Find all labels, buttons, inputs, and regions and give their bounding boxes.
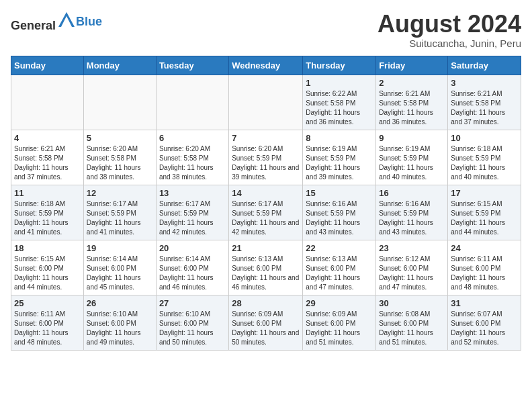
day-info: Sunrise: 6:17 AM Sunset: 5:59 PM Dayligh… bbox=[87, 199, 153, 237]
calendar-cell: 29Sunrise: 6:09 AM Sunset: 6:00 PM Dayli… bbox=[303, 295, 376, 350]
day-info: Sunrise: 6:20 AM Sunset: 5:58 PM Dayligh… bbox=[159, 144, 226, 182]
calendar-cell: 28Sunrise: 6:09 AM Sunset: 6:00 PM Dayli… bbox=[229, 295, 303, 350]
calendar-table: SundayMondayTuesdayWednesdayThursdayFrid… bbox=[11, 56, 521, 351]
calendar-cell: 14Sunrise: 6:17 AM Sunset: 5:59 PM Dayli… bbox=[229, 185, 303, 240]
day-info: Sunrise: 6:18 AM Sunset: 5:59 PM Dayligh… bbox=[14, 199, 81, 237]
day-number: 20 bbox=[159, 243, 226, 253]
day-info: Sunrise: 6:19 AM Sunset: 5:59 PM Dayligh… bbox=[306, 144, 373, 182]
day-number: 28 bbox=[232, 298, 300, 308]
calendar-cell: 10Sunrise: 6:18 AM Sunset: 5:59 PM Dayli… bbox=[448, 130, 521, 185]
day-info: Sunrise: 6:13 AM Sunset: 6:00 PM Dayligh… bbox=[232, 255, 300, 292]
day-info: Sunrise: 6:21 AM Sunset: 5:58 PM Dayligh… bbox=[451, 89, 518, 127]
day-info: Sunrise: 6:17 AM Sunset: 5:59 PM Dayligh… bbox=[232, 199, 300, 237]
calendar-week-4: 18Sunrise: 6:15 AM Sunset: 6:00 PM Dayli… bbox=[11, 240, 521, 295]
day-number: 13 bbox=[159, 188, 226, 198]
calendar-cell: 4Sunrise: 6:21 AM Sunset: 5:58 PM Daylig… bbox=[11, 130, 84, 185]
day-number: 30 bbox=[379, 298, 445, 308]
day-info: Sunrise: 6:08 AM Sunset: 6:00 PM Dayligh… bbox=[379, 310, 445, 347]
day-number: 23 bbox=[379, 243, 445, 253]
day-header-saturday: Saturday bbox=[448, 56, 521, 75]
day-info: Sunrise: 6:13 AM Sunset: 6:00 PM Dayligh… bbox=[306, 255, 373, 292]
day-info: Sunrise: 6:21 AM Sunset: 5:58 PM Dayligh… bbox=[14, 144, 81, 182]
day-info: Sunrise: 6:07 AM Sunset: 6:00 PM Dayligh… bbox=[451, 310, 518, 347]
calendar-cell: 21Sunrise: 6:13 AM Sunset: 6:00 PM Dayli… bbox=[229, 240, 303, 295]
day-info: Sunrise: 6:10 AM Sunset: 6:00 PM Dayligh… bbox=[87, 310, 153, 347]
day-number: 10 bbox=[451, 133, 518, 143]
day-number: 2 bbox=[379, 78, 445, 88]
logo-icon bbox=[57, 11, 76, 30]
calendar-cell: 6Sunrise: 6:20 AM Sunset: 5:58 PM Daylig… bbox=[156, 130, 228, 185]
day-info: Sunrise: 6:15 AM Sunset: 6:00 PM Dayligh… bbox=[14, 255, 81, 292]
day-number: 27 bbox=[159, 298, 226, 308]
day-info: Sunrise: 6:09 AM Sunset: 6:00 PM Dayligh… bbox=[306, 310, 373, 347]
calendar-cell: 5Sunrise: 6:20 AM Sunset: 5:58 PM Daylig… bbox=[83, 130, 156, 185]
calendar-cell: 24Sunrise: 6:11 AM Sunset: 6:00 PM Dayli… bbox=[448, 240, 521, 295]
day-header-sunday: Sunday bbox=[11, 56, 84, 75]
day-number: 6 bbox=[159, 133, 226, 143]
day-info: Sunrise: 6:10 AM Sunset: 6:00 PM Dayligh… bbox=[159, 310, 226, 347]
day-number: 4 bbox=[14, 133, 81, 143]
day-info: Sunrise: 6:11 AM Sunset: 6:00 PM Dayligh… bbox=[451, 255, 518, 292]
calendar-cell: 13Sunrise: 6:17 AM Sunset: 5:59 PM Dayli… bbox=[156, 185, 228, 240]
logo: General Blue bbox=[11, 11, 102, 33]
day-header-monday: Monday bbox=[83, 56, 156, 75]
day-number: 12 bbox=[87, 188, 153, 198]
day-info: Sunrise: 6:16 AM Sunset: 5:59 PM Dayligh… bbox=[306, 199, 373, 237]
day-info: Sunrise: 6:21 AM Sunset: 5:58 PM Dayligh… bbox=[379, 89, 445, 127]
calendar-title: August 2024 bbox=[378, 11, 521, 38]
day-number: 8 bbox=[306, 133, 373, 143]
day-number: 9 bbox=[379, 133, 445, 143]
day-info: Sunrise: 6:19 AM Sunset: 5:59 PM Dayligh… bbox=[379, 144, 445, 182]
calendar-cell: 7Sunrise: 6:20 AM Sunset: 5:59 PM Daylig… bbox=[229, 130, 303, 185]
day-number: 11 bbox=[14, 188, 81, 198]
page-header: General Blue August 2024 Suitucancha, Ju… bbox=[11, 11, 521, 49]
day-number: 24 bbox=[451, 243, 518, 253]
calendar-subtitle: Suitucancha, Junin, Peru bbox=[378, 38, 521, 49]
calendar-cell: 15Sunrise: 6:16 AM Sunset: 5:59 PM Dayli… bbox=[303, 185, 376, 240]
calendar-cell: 17Sunrise: 6:15 AM Sunset: 5:59 PM Dayli… bbox=[448, 185, 521, 240]
calendar-cell: 2Sunrise: 6:21 AM Sunset: 5:58 PM Daylig… bbox=[376, 75, 448, 130]
calendar-week-3: 11Sunrise: 6:18 AM Sunset: 5:59 PM Dayli… bbox=[11, 185, 521, 240]
calendar-cell: 20Sunrise: 6:14 AM Sunset: 6:00 PM Dayli… bbox=[156, 240, 228, 295]
day-number: 1 bbox=[306, 78, 373, 88]
day-number: 22 bbox=[306, 243, 373, 253]
day-info: Sunrise: 6:20 AM Sunset: 5:58 PM Dayligh… bbox=[87, 144, 153, 182]
calendar-cell: 1Sunrise: 6:22 AM Sunset: 5:58 PM Daylig… bbox=[303, 75, 376, 130]
calendar-header: SundayMondayTuesdayWednesdayThursdayFrid… bbox=[11, 56, 521, 75]
calendar-cell: 23Sunrise: 6:12 AM Sunset: 6:00 PM Dayli… bbox=[376, 240, 448, 295]
day-info: Sunrise: 6:17 AM Sunset: 5:59 PM Dayligh… bbox=[159, 199, 226, 237]
calendar-cell: 9Sunrise: 6:19 AM Sunset: 5:59 PM Daylig… bbox=[376, 130, 448, 185]
calendar-cell: 12Sunrise: 6:17 AM Sunset: 5:59 PM Dayli… bbox=[83, 185, 156, 240]
day-info: Sunrise: 6:16 AM Sunset: 5:59 PM Dayligh… bbox=[379, 199, 445, 237]
day-header-wednesday: Wednesday bbox=[229, 56, 303, 75]
day-info: Sunrise: 6:12 AM Sunset: 6:00 PM Dayligh… bbox=[379, 255, 445, 292]
logo-blue-text: Blue bbox=[76, 15, 102, 29]
day-info: Sunrise: 6:22 AM Sunset: 5:58 PM Dayligh… bbox=[306, 89, 373, 127]
day-number: 31 bbox=[451, 298, 518, 308]
logo-general-text: General bbox=[11, 19, 56, 32]
calendar-week-2: 4Sunrise: 6:21 AM Sunset: 5:58 PM Daylig… bbox=[11, 130, 521, 185]
day-info: Sunrise: 6:09 AM Sunset: 6:00 PM Dayligh… bbox=[232, 310, 300, 347]
day-info: Sunrise: 6:14 AM Sunset: 6:00 PM Dayligh… bbox=[159, 255, 226, 292]
day-info: Sunrise: 6:18 AM Sunset: 5:59 PM Dayligh… bbox=[451, 144, 518, 182]
day-header-thursday: Thursday bbox=[303, 56, 376, 75]
day-info: Sunrise: 6:15 AM Sunset: 5:59 PM Dayligh… bbox=[451, 199, 518, 237]
day-number: 7 bbox=[232, 133, 300, 143]
calendar-cell bbox=[11, 75, 84, 130]
day-info: Sunrise: 6:14 AM Sunset: 6:00 PM Dayligh… bbox=[87, 255, 153, 292]
calendar-cell: 16Sunrise: 6:16 AM Sunset: 5:59 PM Dayli… bbox=[376, 185, 448, 240]
calendar-cell: 25Sunrise: 6:11 AM Sunset: 6:00 PM Dayli… bbox=[11, 295, 84, 350]
day-number: 16 bbox=[379, 188, 445, 198]
day-number: 19 bbox=[87, 243, 153, 253]
calendar-cell: 8Sunrise: 6:19 AM Sunset: 5:59 PM Daylig… bbox=[303, 130, 376, 185]
calendar-week-5: 25Sunrise: 6:11 AM Sunset: 6:00 PM Dayli… bbox=[11, 295, 521, 350]
day-header-row: SundayMondayTuesdayWednesdayThursdayFrid… bbox=[11, 56, 521, 75]
calendar-cell: 26Sunrise: 6:10 AM Sunset: 6:00 PM Dayli… bbox=[83, 295, 156, 350]
day-number: 14 bbox=[232, 188, 300, 198]
calendar-cell: 3Sunrise: 6:21 AM Sunset: 5:58 PM Daylig… bbox=[448, 75, 521, 130]
calendar-cell bbox=[156, 75, 228, 130]
calendar-cell: 27Sunrise: 6:10 AM Sunset: 6:00 PM Dayli… bbox=[156, 295, 228, 350]
day-info: Sunrise: 6:11 AM Sunset: 6:00 PM Dayligh… bbox=[14, 310, 81, 347]
calendar-cell: 22Sunrise: 6:13 AM Sunset: 6:00 PM Dayli… bbox=[303, 240, 376, 295]
calendar-cell bbox=[229, 75, 303, 130]
